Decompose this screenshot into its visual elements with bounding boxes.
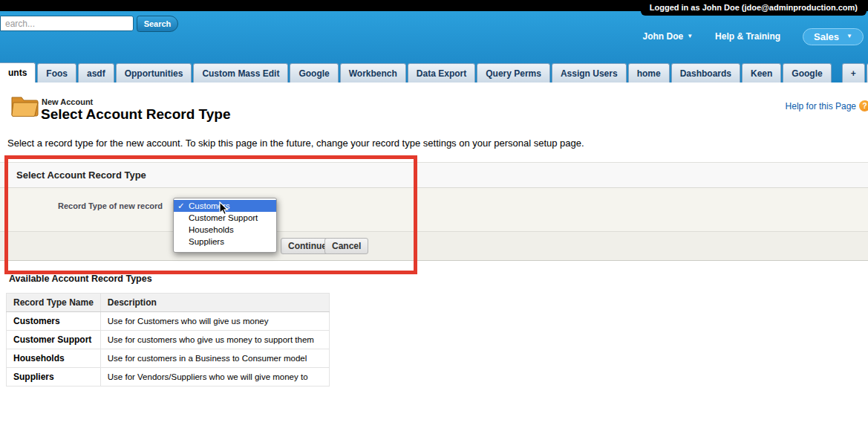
- user-menu[interactable]: John Doe ▼: [642, 31, 693, 42]
- section-buttons: Continue Cancel: [0, 231, 868, 261]
- table-row: Suppliers Use for Vendors/Suppliers who …: [7, 368, 330, 387]
- tab-accounts[interactable]: unts: [0, 62, 36, 83]
- dropdown-option-suppliers[interactable]: Suppliers: [174, 236, 276, 248]
- table-row: Customers Use for Customers who will giv…: [7, 312, 330, 331]
- dropdown-option-households[interactable]: Households: [174, 224, 276, 236]
- chevron-down-icon: ▼: [846, 33, 852, 39]
- help-training-label: Help & Training: [715, 31, 780, 42]
- header-right-links: John Doe ▼ Help & Training Sales ▼: [642, 28, 864, 45]
- tab-opportunities[interactable]: Opportunities: [116, 63, 192, 83]
- record-type-name: Suppliers: [7, 368, 101, 387]
- tab-google[interactable]: Google: [290, 63, 338, 83]
- tab-data-export[interactable]: Data Export: [408, 63, 475, 83]
- page-description: Select a record type for the new account…: [7, 138, 584, 149]
- table-header-row: Record Type Name Description: [7, 294, 330, 312]
- help-question-icon[interactable]: ?: [859, 100, 868, 111]
- add-tab-button[interactable]: +: [842, 63, 865, 83]
- app-header: Search John Doe ▼ Help & Training Sales …: [0, 11, 868, 83]
- search-input[interactable]: [0, 16, 134, 31]
- account-folder-icon: [10, 94, 39, 120]
- tab-google-2[interactable]: Google: [783, 63, 831, 83]
- dropdown-option-customers[interactable]: ✓ Customers: [174, 200, 276, 212]
- tab-dashboards[interactable]: Dashboards: [671, 63, 740, 83]
- help-for-page-link[interactable]: Help for this Page: [786, 101, 856, 111]
- record-type-field-label: Record Type of new record: [58, 201, 163, 210]
- plus-icon: +: [851, 68, 856, 79]
- record-type-name: Households: [7, 349, 101, 368]
- record-type-description: Use for customers who give us money to s…: [100, 331, 329, 349]
- option-label: Customers: [189, 201, 230, 210]
- section-detail: Record Type of new record: [0, 188, 868, 231]
- chevron-down-icon: ▼: [687, 33, 693, 39]
- tab-bar: unts Foos asdf Opportunities Custom Mass…: [0, 62, 868, 83]
- record-type-description: Use for customers in a Business to Consu…: [100, 349, 329, 368]
- search-button[interactable]: Search: [137, 16, 178, 32]
- check-icon: ✓: [177, 200, 185, 212]
- tab-query-perms[interactable]: Query Perms: [477, 63, 550, 83]
- available-record-types-title: Available Account Record Types: [9, 274, 152, 284]
- section-header: Select Account Record Type: [0, 162, 868, 188]
- column-header-description: Description: [100, 294, 329, 312]
- tab-assign-users[interactable]: Assign Users: [552, 63, 627, 83]
- tab-foos[interactable]: Foos: [37, 63, 76, 83]
- screen: Logged in as John Doe (jdoe@adminproduct…: [0, 0, 868, 443]
- record-type-name: Customer Support: [7, 331, 101, 349]
- help-training-link[interactable]: Help & Training: [715, 31, 780, 42]
- tab-custom-mass-edit[interactable]: Custom Mass Edit: [193, 63, 288, 83]
- cancel-button[interactable]: Cancel: [324, 238, 368, 254]
- tab-home[interactable]: home: [628, 63, 670, 83]
- tab-asdf[interactable]: asdf: [78, 63, 114, 83]
- record-type-name: Customers: [7, 312, 101, 331]
- record-type-dropdown: ✓ Customers Customer Support Households …: [173, 198, 277, 253]
- table-row: Customer Support Use for customers who g…: [7, 331, 330, 349]
- user-menu-label: John Doe: [642, 31, 683, 42]
- dropdown-option-customer-support[interactable]: Customer Support: [174, 212, 276, 224]
- column-header-name: Record Type Name: [7, 294, 101, 312]
- app-menu-button[interactable]: Sales ▼: [803, 28, 864, 45]
- breadcrumb: New Account: [42, 97, 93, 106]
- record-type-description: Use for Customers who will give us money: [100, 312, 329, 331]
- table-row: Households Use for customers in a Busine…: [7, 349, 330, 368]
- record-types-table: Record Type Name Description Customers U…: [6, 293, 330, 387]
- tab-workbench[interactable]: Workbench: [340, 63, 406, 83]
- record-type-section: Select Account Record Type Record Type o…: [0, 162, 868, 261]
- page-title: Select Account Record Type: [41, 106, 231, 123]
- logged-in-badge: Logged in as John Doe (jdoe@adminproduct…: [641, 0, 867, 16]
- page-help: Help for this Page ?: [786, 100, 868, 111]
- app-menu-label: Sales: [814, 31, 839, 42]
- tab-keen[interactable]: Keen: [742, 63, 781, 83]
- record-type-description: Use for Vendors/Suppliers who we will gi…: [100, 368, 329, 387]
